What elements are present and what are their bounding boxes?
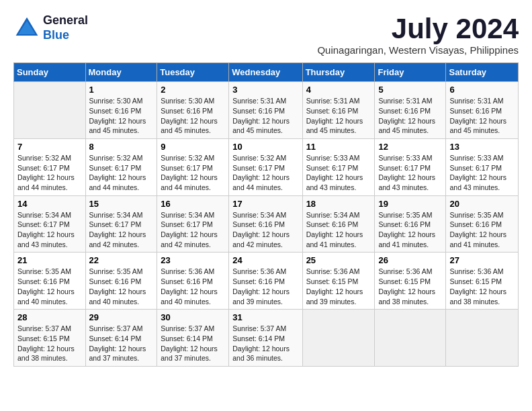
day-number: 14 (17, 199, 82, 209)
day-info: Sunrise: 5:33 AMSunset: 6:17 PMDaylight:… (306, 153, 371, 193)
calendar-cell (14, 82, 86, 139)
day-info: Sunrise: 5:31 AMSunset: 6:16 PMDaylight:… (232, 96, 298, 136)
day-number: 28 (17, 312, 82, 322)
weekday-header: Sunday (14, 63, 86, 82)
calendar-cell: 1Sunrise: 5:30 AMSunset: 6:16 PMDaylight… (85, 82, 157, 139)
calendar-week-row: 28Sunrise: 5:37 AMSunset: 6:15 PMDayligh… (14, 310, 519, 367)
title-block: July 2024 Quinagaringan, Western Visayas… (317, 13, 519, 56)
weekday-header: Friday (375, 63, 446, 82)
day-number: 21 (17, 255, 82, 265)
calendar-cell: 16Sunrise: 5:34 AMSunset: 6:17 PMDayligh… (157, 195, 229, 253)
calendar-cell: 24Sunrise: 5:36 AMSunset: 6:16 PMDayligh… (229, 253, 302, 310)
day-number: 4 (306, 85, 371, 95)
calendar-cell: 29Sunrise: 5:37 AMSunset: 6:14 PMDayligh… (85, 310, 157, 367)
calendar-table: SundayMondayTuesdayWednesdayThursdayFrid… (13, 62, 519, 367)
day-info: Sunrise: 5:34 AMSunset: 6:17 PMDaylight:… (161, 210, 225, 250)
day-info: Sunrise: 5:32 AMSunset: 6:17 PMDaylight:… (161, 153, 225, 193)
weekday-header: Saturday (446, 63, 519, 82)
day-number: 29 (89, 312, 154, 322)
day-number: 27 (449, 255, 515, 265)
calendar-cell (375, 310, 446, 367)
calendar-cell: 15Sunrise: 5:34 AMSunset: 6:17 PMDayligh… (85, 195, 157, 253)
location-subtitle: Quinagaringan, Western Visayas, Philippi… (317, 44, 519, 56)
day-number: 25 (306, 255, 371, 265)
day-info: Sunrise: 5:32 AMSunset: 6:17 PMDaylight:… (17, 153, 82, 193)
day-number: 10 (232, 142, 298, 152)
day-info: Sunrise: 5:35 AMSunset: 6:16 PMDaylight:… (449, 210, 515, 250)
day-info: Sunrise: 5:36 AMSunset: 6:15 PMDaylight:… (378, 267, 442, 306)
day-info: Sunrise: 5:34 AMSunset: 6:17 PMDaylight:… (89, 210, 154, 250)
day-info: Sunrise: 5:34 AMSunset: 6:16 PMDaylight:… (232, 210, 298, 250)
day-info: Sunrise: 5:31 AMSunset: 6:16 PMDaylight:… (378, 96, 442, 136)
day-number: 19 (378, 199, 442, 209)
day-info: Sunrise: 5:36 AMSunset: 6:15 PMDaylight:… (449, 267, 515, 306)
day-number: 2 (161, 85, 225, 95)
weekday-header-row: SundayMondayTuesdayWednesdayThursdayFrid… (14, 63, 519, 82)
day-number: 12 (378, 142, 442, 152)
calendar-cell: 13Sunrise: 5:33 AMSunset: 6:17 PMDayligh… (446, 138, 519, 195)
calendar-cell: 23Sunrise: 5:36 AMSunset: 6:16 PMDayligh… (157, 253, 229, 310)
calendar-cell (302, 310, 375, 367)
day-info: Sunrise: 5:36 AMSunset: 6:16 PMDaylight:… (232, 267, 298, 306)
day-number: 9 (161, 142, 225, 152)
calendar-cell: 17Sunrise: 5:34 AMSunset: 6:16 PMDayligh… (229, 195, 302, 253)
calendar-week-row: 1Sunrise: 5:30 AMSunset: 6:16 PMDaylight… (14, 82, 519, 139)
day-number: 15 (89, 199, 154, 209)
logo-icon (13, 15, 40, 42)
calendar-cell: 10Sunrise: 5:32 AMSunset: 6:17 PMDayligh… (229, 138, 302, 195)
day-number: 1 (89, 85, 154, 95)
day-number: 16 (161, 199, 225, 209)
calendar-cell: 7Sunrise: 5:32 AMSunset: 6:17 PMDaylight… (14, 138, 86, 195)
day-info: Sunrise: 5:30 AMSunset: 6:16 PMDaylight:… (89, 96, 154, 136)
calendar-cell: 11Sunrise: 5:33 AMSunset: 6:17 PMDayligh… (302, 138, 375, 195)
day-info: Sunrise: 5:37 AMSunset: 6:15 PMDaylight:… (17, 324, 82, 363)
weekday-header: Monday (85, 63, 157, 82)
day-info: Sunrise: 5:34 AMSunset: 6:16 PMDaylight:… (306, 210, 371, 250)
day-number: 30 (161, 312, 225, 322)
day-number: 6 (449, 85, 515, 95)
page-header: General Blue July 2024 Quinagaringan, We… (13, 13, 519, 56)
day-info: Sunrise: 5:34 AMSunset: 6:17 PMDaylight:… (17, 210, 82, 250)
day-number: 5 (378, 85, 442, 95)
calendar-cell: 4Sunrise: 5:31 AMSunset: 6:16 PMDaylight… (302, 82, 375, 139)
calendar-cell: 30Sunrise: 5:37 AMSunset: 6:14 PMDayligh… (157, 310, 229, 367)
month-title: July 2024 (317, 13, 519, 44)
day-number: 8 (89, 142, 154, 152)
day-info: Sunrise: 5:36 AMSunset: 6:15 PMDaylight:… (306, 267, 371, 306)
day-info: Sunrise: 5:37 AMSunset: 6:14 PMDaylight:… (89, 324, 154, 363)
day-number: 22 (89, 255, 154, 265)
day-number: 31 (232, 312, 298, 322)
calendar-cell: 3Sunrise: 5:31 AMSunset: 6:16 PMDaylight… (229, 82, 302, 139)
calendar-cell: 18Sunrise: 5:34 AMSunset: 6:16 PMDayligh… (302, 195, 375, 253)
day-info: Sunrise: 5:32 AMSunset: 6:17 PMDaylight:… (232, 153, 298, 193)
weekday-header: Wednesday (229, 63, 302, 82)
day-info: Sunrise: 5:35 AMSunset: 6:16 PMDaylight:… (378, 210, 442, 250)
day-number: 17 (232, 199, 298, 209)
calendar-week-row: 21Sunrise: 5:35 AMSunset: 6:16 PMDayligh… (14, 253, 519, 310)
day-info: Sunrise: 5:35 AMSunset: 6:16 PMDaylight:… (89, 267, 154, 306)
calendar-cell: 19Sunrise: 5:35 AMSunset: 6:16 PMDayligh… (375, 195, 446, 253)
day-number: 23 (161, 255, 225, 265)
day-number: 13 (449, 142, 515, 152)
day-info: Sunrise: 5:35 AMSunset: 6:16 PMDaylight:… (17, 267, 82, 306)
day-info: Sunrise: 5:36 AMSunset: 6:16 PMDaylight:… (161, 267, 225, 306)
day-info: Sunrise: 5:30 AMSunset: 6:16 PMDaylight:… (161, 96, 225, 136)
calendar-cell: 5Sunrise: 5:31 AMSunset: 6:16 PMDaylight… (375, 82, 446, 139)
calendar-cell: 6Sunrise: 5:31 AMSunset: 6:16 PMDaylight… (446, 82, 519, 139)
calendar-cell: 20Sunrise: 5:35 AMSunset: 6:16 PMDayligh… (446, 195, 519, 253)
day-number: 24 (232, 255, 298, 265)
day-number: 18 (306, 199, 371, 209)
day-number: 20 (449, 199, 515, 209)
day-info: Sunrise: 5:37 AMSunset: 6:14 PMDaylight:… (161, 324, 225, 363)
day-info: Sunrise: 5:33 AMSunset: 6:17 PMDaylight:… (449, 153, 515, 193)
calendar-cell: 26Sunrise: 5:36 AMSunset: 6:15 PMDayligh… (375, 253, 446, 310)
calendar-cell (446, 310, 519, 367)
weekday-header: Thursday (302, 63, 375, 82)
day-number: 26 (378, 255, 442, 265)
day-number: 3 (232, 85, 298, 95)
day-number: 7 (17, 142, 82, 152)
calendar-week-row: 14Sunrise: 5:34 AMSunset: 6:17 PMDayligh… (14, 195, 519, 253)
logo-text: General Blue (43, 13, 88, 42)
calendar-cell: 9Sunrise: 5:32 AMSunset: 6:17 PMDaylight… (157, 138, 229, 195)
calendar-cell: 21Sunrise: 5:35 AMSunset: 6:16 PMDayligh… (14, 253, 86, 310)
